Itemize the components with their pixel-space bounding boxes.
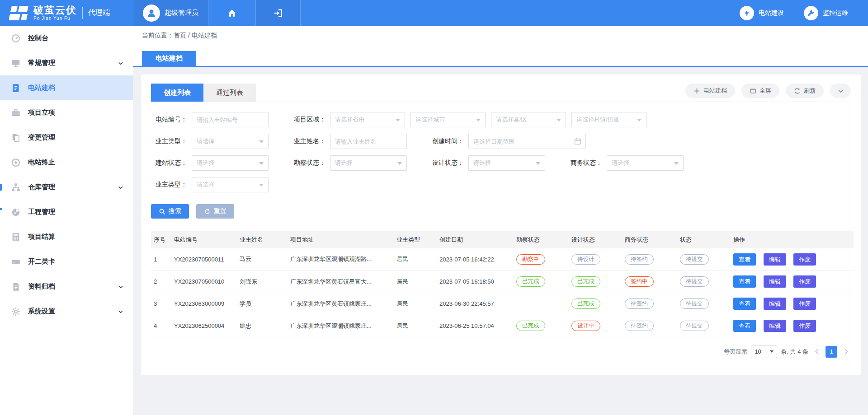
edit-button[interactable]: 编辑 bbox=[764, 320, 786, 332]
filter-label: 电站编号： bbox=[151, 116, 187, 124]
caret-down-icon bbox=[536, 162, 540, 165]
owner-type-select[interactable]: 请选择 bbox=[192, 134, 269, 149]
sidebar-item-warehouse-mgmt[interactable]: 仓库管理 bbox=[0, 175, 133, 200]
filter-label: 建站状态： bbox=[151, 159, 187, 167]
select-placeholder: 请选择 bbox=[197, 159, 214, 167]
logout-button[interactable] bbox=[255, 0, 301, 26]
view-button[interactable]: 查看 bbox=[733, 253, 756, 266]
chevron-down-icon bbox=[118, 60, 124, 66]
cell-created: 2023-07-05 16:18:50 bbox=[437, 270, 514, 293]
status-badge: 设计中 bbox=[571, 321, 600, 331]
station-code-input[interactable] bbox=[192, 112, 268, 127]
next-page-button[interactable] bbox=[841, 346, 851, 358]
edit-button[interactable]: 编辑 bbox=[764, 298, 786, 310]
edit-button[interactable]: 编辑 bbox=[764, 275, 786, 288]
sidebar-item-change-mgmt[interactable]: 变更管理 bbox=[0, 125, 133, 150]
status-badge: 待设计 bbox=[571, 254, 600, 265]
create-station-button[interactable]: 电站建档 bbox=[685, 84, 735, 98]
view-button[interactable]: 查看 bbox=[733, 298, 756, 310]
table-row: 4 YX2023062500004 姚忠 广东深圳龙华区观澜镇姚家庄... 居民… bbox=[151, 315, 854, 337]
portal-label: 代理端 bbox=[88, 8, 110, 18]
sidebar-item-project-settlement[interactable]: 项目结算 bbox=[0, 224, 133, 249]
page-tab-station-archive[interactable]: 电站建档 bbox=[142, 51, 196, 66]
main-content: 当前位置：首页 / 电站建档 电站建档 创建列表 通过列表 电站建档 全屏 bbox=[133, 26, 868, 415]
view-button[interactable]: 查看 bbox=[733, 275, 756, 288]
search-button[interactable]: 搜索 bbox=[151, 204, 189, 219]
status-badge: 已完成 bbox=[571, 276, 600, 287]
sidebar-item-system-settings[interactable]: 系统设置 bbox=[0, 299, 133, 324]
fullscreen-button[interactable]: 全屏 bbox=[741, 84, 779, 98]
owner-type2-select[interactable]: 请选择 bbox=[192, 177, 269, 192]
tab-passed-list[interactable]: 通过列表 bbox=[203, 84, 256, 102]
owner-name-input[interactable] bbox=[330, 134, 406, 149]
calculator-icon bbox=[11, 232, 21, 242]
date-range-input[interactable] bbox=[469, 134, 585, 149]
user-name: 超级管理员 bbox=[165, 9, 198, 17]
filter-label: 创建时间： bbox=[428, 137, 464, 145]
cell-owner: 学员 bbox=[237, 293, 288, 315]
prev-page-button[interactable] bbox=[812, 346, 822, 358]
status-badge: 待提交 bbox=[680, 276, 709, 287]
nav-monitor-ops[interactable]: 监控运维 bbox=[804, 0, 848, 26]
caret-down-icon bbox=[674, 162, 679, 165]
breadcrumb-path[interactable]: 首页 / 电站建档 bbox=[174, 32, 217, 39]
cell-created: 2023-06-25 10:57:04 bbox=[437, 315, 514, 337]
per-page-select[interactable]: 10 bbox=[751, 345, 777, 358]
cell-code: YX2023070500010 bbox=[171, 270, 237, 293]
sidebar-item-station-archive[interactable]: 电站建档 bbox=[0, 75, 133, 100]
reset-button[interactable]: 重置 bbox=[196, 204, 234, 219]
sidebar-item-project-initiation[interactable]: 项目立项 bbox=[0, 100, 133, 125]
build-status-select[interactable]: 请选择 bbox=[192, 155, 269, 171]
business-status-select[interactable]: 请选择 bbox=[607, 155, 684, 171]
sidebar-item-engineering-mgmt[interactable]: 工程管理 bbox=[0, 200, 133, 224]
sidebar: 控制台 常规管理 电站建档 项目立项 变更管理 电站终止 bbox=[0, 26, 133, 415]
nav-monitor-ops-label: 监控运维 bbox=[823, 9, 848, 17]
filter-create-time: 创建时间： bbox=[428, 134, 586, 149]
town-select[interactable]: 请选择村镇/街道 bbox=[571, 112, 646, 127]
invalidate-button[interactable]: 作废 bbox=[793, 298, 816, 310]
invalidate-button[interactable]: 作废 bbox=[793, 320, 816, 332]
survey-status-select[interactable]: 请选择 bbox=[330, 155, 407, 171]
province-select[interactable]: 请选择省份 bbox=[330, 112, 405, 127]
home-button[interactable] bbox=[208, 0, 255, 26]
pages-icon bbox=[11, 133, 21, 143]
sidebar-item-general-mgmt[interactable]: 常规管理 bbox=[0, 51, 133, 75]
search-icon bbox=[159, 208, 165, 215]
logo-icon bbox=[9, 5, 29, 22]
briefcase-icon bbox=[11, 108, 21, 118]
user-menu[interactable]: 超级管理员 bbox=[133, 0, 208, 26]
sidebar-scrollbar-thumb[interactable] bbox=[0, 184, 2, 191]
view-button[interactable]: 查看 bbox=[733, 320, 756, 332]
sidebar-item-data-archive[interactable]: 资料归档 bbox=[0, 274, 133, 299]
logo: 破茧云伏 Po Jian Yun Fu 代理端 bbox=[0, 0, 133, 26]
invalidate-button[interactable]: 作废 bbox=[793, 275, 816, 288]
calendar-icon bbox=[574, 137, 582, 145]
sidebar-item-station-termination[interactable]: 电站终止 bbox=[0, 150, 133, 175]
filter-form: 电站编号： 项目区域： 请选择省份 请选择城市 请选择县/区 请选择村镇/街道 … bbox=[151, 102, 851, 219]
cell-type: 居民 bbox=[394, 315, 437, 337]
logo-title: 破茧云伏 bbox=[33, 5, 77, 16]
monitor-icon bbox=[11, 58, 21, 68]
invalidate-button[interactable]: 作废 bbox=[793, 253, 816, 266]
sidebar-item-type2-card[interactable]: 开二类卡 bbox=[0, 249, 133, 274]
chevron-down-icon bbox=[118, 184, 124, 191]
select-placeholder: 请选择城市 bbox=[415, 116, 445, 124]
design-status-select[interactable]: 请选择 bbox=[468, 155, 545, 171]
collapse-panel-button[interactable] bbox=[830, 84, 851, 98]
cell-owner: 姚忠 bbox=[237, 315, 288, 337]
sidebar-item-label: 系统设置 bbox=[28, 307, 118, 316]
sidebar-item-console[interactable]: 控制台 bbox=[0, 26, 133, 51]
tab-create-list[interactable]: 创建列表 bbox=[151, 84, 203, 102]
dashboard-icon bbox=[11, 207, 21, 217]
county-select[interactable]: 请选择县/区 bbox=[491, 112, 566, 127]
city-select[interactable]: 请选择城市 bbox=[410, 112, 486, 127]
edit-button[interactable]: 编辑 bbox=[764, 253, 786, 266]
nav-station-build[interactable]: 电站建设 bbox=[740, 0, 784, 26]
page-number-button[interactable]: 1 bbox=[826, 346, 837, 358]
date-range-picker[interactable] bbox=[468, 134, 586, 149]
filter-buttons: 搜索 重置 bbox=[151, 204, 851, 219]
refresh-button[interactable]: 刷新 bbox=[786, 84, 824, 98]
filter-row-4: 业主类型： 请选择 bbox=[151, 177, 851, 192]
select-placeholder: 请选择省份 bbox=[335, 116, 364, 124]
filter-label: 业主类型： bbox=[151, 181, 187, 189]
